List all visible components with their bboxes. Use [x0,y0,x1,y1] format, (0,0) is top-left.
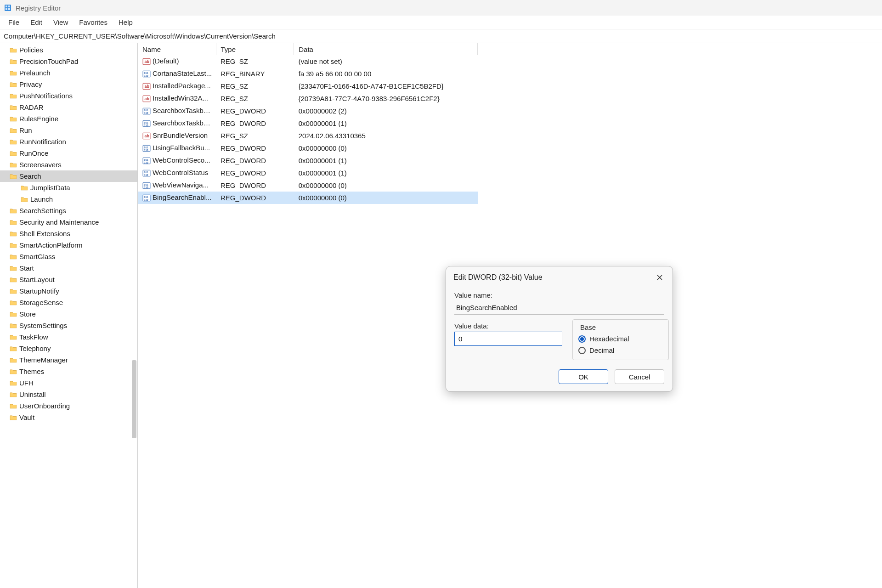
string-value-icon [142,132,151,140]
tree-item[interactable]: RADAR [0,102,137,113]
value-row[interactable]: InstalledWin32A...REG_SZ{20739A81-77C7-4… [138,92,478,105]
tree-item[interactable]: UserOnboarding [0,400,137,412]
tree-item-label: Privacy [19,80,42,88]
tree-scrollbar-thumb[interactable] [132,360,136,438]
close-icon[interactable] [653,271,666,284]
folder-icon [9,230,17,237]
tree-item-label: Security and Maintenance [19,218,99,226]
radio-dec[interactable] [578,347,586,354]
value-row[interactable]: WebControlSeco...REG_DWORD0x00000001 (1) [138,154,478,167]
radio-hex[interactable] [578,335,586,343]
tree-item-label: RADAR [19,103,44,111]
tree-item[interactable]: ThemeManager [0,354,137,366]
tree-item-label: RunNotification [19,138,66,146]
value-type: REG_SZ [216,80,294,92]
tree-item[interactable]: Prelaunch [0,67,137,79]
value-data: 0x00000001 (1) [294,117,478,130]
value-row[interactable]: InstalledPackage...REG_SZ{233470F1-0166-… [138,80,478,92]
folder-icon [9,322,17,329]
binary-value-icon [142,70,151,78]
tree-item[interactable]: Launch [0,193,137,205]
value-row[interactable]: SearchboxTaskba...REG_DWORD0x00000001 (1… [138,117,478,130]
binary-value-icon [142,144,151,153]
folder-icon [9,173,17,180]
value-row[interactable]: CortanaStateLast...REG_BINARYfa 39 a5 66… [138,68,478,80]
radio-dec-row[interactable]: Decimal [578,346,663,354]
tree-item[interactable]: Policies [0,44,137,56]
binary-value-icon [142,169,151,177]
cancel-button[interactable]: Cancel [615,369,664,384]
folder-icon [20,184,28,192]
tree-item[interactable]: SmartGlass [0,251,137,262]
folder-icon [9,368,17,375]
menu-file[interactable]: File [3,17,25,28]
tree-item[interactable]: Privacy [0,79,137,90]
key-tree[interactable]: PoliciesPrecisionTouchPadPrelaunchPrivac… [0,43,138,588]
tree-item[interactable]: UFH [0,377,137,389]
tree-item[interactable]: PrecisionTouchPad [0,56,137,67]
radio-hex-row[interactable]: Hexadecimal [578,335,663,343]
tree-item-label: StartLayout [19,276,55,283]
value-name: UsingFallbackBu... [153,144,210,152]
tree-item[interactable]: Telephony [0,343,137,354]
value-name: WebControlSeco... [153,156,210,164]
tree-item-label: StorageSense [19,299,63,306]
col-data[interactable]: Data [294,43,478,55]
folder-icon [9,379,17,387]
value-row[interactable]: WebViewNaviga...REG_DWORD0x00000000 (0) [138,179,478,192]
folder-icon [9,299,17,306]
tree-item[interactable]: Run [0,124,137,136]
ok-button[interactable]: OK [559,369,608,384]
menu-view[interactable]: View [48,17,74,28]
menu-edit[interactable]: Edit [25,17,48,28]
tree-item-label: RunOnce [19,149,48,157]
value-data: fa 39 a5 66 00 00 00 00 [294,68,478,80]
tree-item[interactable]: Shell Extensions [0,228,137,239]
value-row[interactable]: SearchboxTaskba...REG_DWORD0x00000002 (2… [138,105,478,117]
tree-item[interactable]: Store [0,308,137,320]
base-fieldset: Base Hexadecimal Decimal [572,319,669,360]
col-name[interactable]: Name [138,43,216,55]
tree-item-label: Screensavers [19,161,62,169]
value-row[interactable]: (Default)REG_SZ(value not set) [138,55,478,68]
tree-item[interactable]: SmartActionPlatform [0,239,137,251]
tree-item[interactable]: SearchSettings [0,205,137,216]
value-row[interactable]: UsingFallbackBu...REG_DWORD0x00000000 (0… [138,142,478,154]
value-name: SnrBundleVersion [153,131,208,139]
tree-item[interactable]: RulesEngine [0,113,137,124]
tree-item[interactable]: JumplistData [0,182,137,193]
tree-item[interactable]: Uninstall [0,389,137,400]
tree-item-label: Shell Extensions [19,230,70,237]
value-data: 0x00000001 (1) [294,167,478,179]
tree-item[interactable]: StartLayout [0,274,137,285]
tree-item[interactable]: RunOnce [0,147,137,159]
tree-item[interactable]: SystemSettings [0,320,137,331]
tree-item[interactable]: StorageSense [0,297,137,308]
tree-item[interactable]: TaskFlow [0,331,137,343]
folder-icon [9,58,17,65]
col-type[interactable]: Type [216,43,294,55]
menu-favorites[interactable]: Favorites [74,17,113,28]
tree-item[interactable]: StartupNotify [0,285,137,297]
value-row[interactable]: SnrBundleVersionREG_SZ2024.02.06.4331036… [138,130,478,142]
tree-item[interactable]: RunNotification [0,136,137,147]
menu-help[interactable]: Help [113,17,138,28]
value-data-label: Value data: [454,322,562,330]
value-data-field[interactable] [454,332,562,346]
tree-item[interactable]: Search [0,170,137,182]
tree-item-label: UFH [19,379,34,387]
tree-item[interactable]: Themes [0,366,137,377]
tree-item[interactable]: PushNotifications [0,90,137,102]
tree-item[interactable]: Vault [0,412,137,423]
address-bar[interactable]: Computer\HKEY_CURRENT_USER\Software\Micr… [0,29,882,43]
value-row[interactable]: BingSearchEnabl...REG_DWORD0x00000000 (0… [138,192,478,204]
value-list[interactable]: Name Type Data (Default)REG_SZ(value not… [138,43,882,588]
tree-item-label: Store [19,310,36,318]
tree-item[interactable]: Screensavers [0,159,137,170]
tree-item-label: SmartGlass [19,253,55,260]
tree-item[interactable]: Security and Maintenance [0,216,137,228]
value-row[interactable]: WebControlStatusREG_DWORD0x00000001 (1) [138,167,478,179]
value-type: REG_DWORD [216,142,294,154]
value-type: REG_DWORD [216,167,294,179]
tree-item[interactable]: Start [0,262,137,274]
